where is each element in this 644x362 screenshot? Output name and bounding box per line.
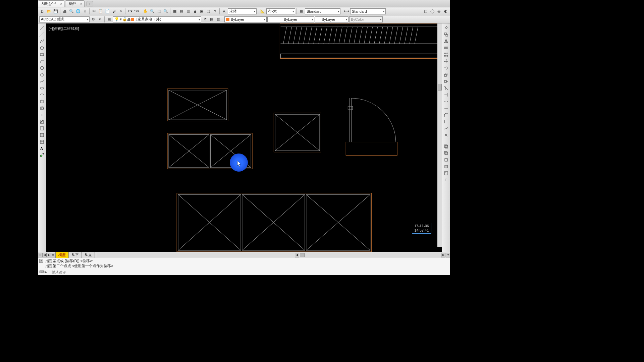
- lineweight-dropdown[interactable]: —ByLayer: [315, 16, 348, 22]
- workspace-save-icon[interactable]: ▾: [97, 16, 103, 22]
- font-dropdown[interactable]: 宋体: [228, 8, 257, 14]
- textstyle-dropdown[interactable]: Standard: [305, 8, 340, 14]
- polyline-icon[interactable]: [39, 38, 45, 44]
- tab-model[interactable]: 模型: [55, 252, 69, 258]
- command-input[interactable]: [51, 270, 449, 274]
- vp-object-icon[interactable]: ◎: [436, 8, 442, 14]
- extend-icon[interactable]: [443, 92, 449, 98]
- dimstyle-dropdown[interactable]: Standard: [350, 8, 386, 14]
- chamfer-icon[interactable]: [443, 112, 449, 118]
- hatch-icon[interactable]: [39, 119, 45, 125]
- vp-single-icon[interactable]: ▢: [423, 8, 429, 14]
- close-icon[interactable]: ×: [60, 2, 62, 6]
- hscroll-right-icon[interactable]: ▶: [441, 253, 445, 257]
- trim-icon[interactable]: [443, 85, 449, 91]
- rotate-icon[interactable]: [443, 65, 449, 71]
- layout-first-icon[interactable]: ⏮: [38, 253, 42, 257]
- vp-poly-icon[interactable]: ◯: [429, 8, 435, 14]
- hscroll-end-icon[interactable]: ▾: [446, 253, 450, 257]
- plotstyle-dropdown[interactable]: ByColor: [349, 16, 383, 22]
- insert-block-icon[interactable]: [39, 99, 45, 105]
- redo-icon[interactable]: ↷▾: [133, 8, 140, 14]
- point-icon[interactable]: [39, 112, 45, 118]
- layout-prev-icon[interactable]: ◀: [42, 253, 47, 257]
- array-icon[interactable]: [443, 52, 449, 58]
- scrollbar-thumb[interactable]: [300, 253, 305, 257]
- table-icon[interactable]: ▦: [298, 8, 304, 14]
- explode-icon[interactable]: [443, 132, 449, 138]
- vertical-scrollbar[interactable]: [437, 23, 442, 247]
- tab-layout-1[interactable]: 8-平: [69, 252, 82, 258]
- annoscale-icon[interactable]: 📐: [260, 8, 266, 14]
- layer-manager-icon[interactable]: ▤: [106, 16, 112, 22]
- save-icon[interactable]: 💾: [53, 8, 59, 14]
- calc-icon[interactable]: 🖩: [192, 8, 198, 14]
- ellipse-arc-icon[interactable]: [39, 92, 45, 98]
- close-icon[interactable]: ×: [80, 2, 82, 6]
- layer-prev-icon[interactable]: ↺: [202, 16, 208, 22]
- circle-icon[interactable]: [39, 65, 45, 71]
- mtext-icon[interactable]: A: [39, 145, 45, 152]
- hscroll-left-icon[interactable]: ◀: [295, 253, 299, 257]
- tool-palette-icon[interactable]: ▥: [185, 8, 191, 14]
- region-icon[interactable]: [39, 132, 45, 138]
- arc-icon[interactable]: [39, 58, 45, 64]
- print-icon[interactable]: 🖶: [62, 8, 68, 14]
- gradient-icon[interactable]: [39, 125, 45, 131]
- draworder-under-icon[interactable]: [443, 164, 449, 170]
- xline-icon[interactable]: [39, 32, 45, 38]
- horizontal-scrollbar[interactable]: ◀ ▶ ▾: [97, 253, 450, 257]
- line-icon[interactable]: [39, 25, 45, 31]
- color-dropdown[interactable]: ByLayer: [224, 16, 267, 22]
- print-preview-icon[interactable]: 🔍: [68, 8, 74, 14]
- offset-icon[interactable]: [443, 45, 449, 51]
- zoom-realtime-icon[interactable]: 🔍: [149, 8, 155, 14]
- zoom-window-icon[interactable]: ⬚: [156, 8, 162, 14]
- dimstyle-icon[interactable]: ⟷: [343, 8, 350, 14]
- draworder-back-icon[interactable]: [443, 150, 449, 156]
- vp-clip-icon[interactable]: ◐: [443, 8, 449, 14]
- help-icon[interactable]: ?: [212, 8, 218, 14]
- join-icon[interactable]: [443, 105, 449, 111]
- break-icon[interactable]: [443, 99, 449, 105]
- stretch-icon[interactable]: [443, 78, 449, 84]
- layer-dropdown[interactable]: 💡 ☀ 🔓 🖶 J家具家电（外）: [113, 16, 201, 22]
- tab-document-1[interactable]: 8班这个* ×: [38, 0, 64, 7]
- tab-document-2[interactable]: 8班* ×: [65, 0, 84, 7]
- pan-icon[interactable]: ✋: [143, 8, 149, 14]
- annostyle-dropdown[interactable]: 布-大: [266, 8, 295, 14]
- layer-state-icon[interactable]: ▤: [209, 16, 215, 22]
- sheetset-icon[interactable]: ▤: [178, 8, 184, 14]
- paste-icon[interactable]: 📄: [104, 8, 110, 14]
- ellipse-icon[interactable]: [39, 85, 45, 91]
- scale-icon[interactable]: [443, 72, 449, 78]
- rectangle-icon[interactable]: [39, 52, 45, 58]
- zoom-prev-icon[interactable]: 🔍: [163, 8, 169, 14]
- move-icon[interactable]: [443, 58, 449, 64]
- erase-icon[interactable]: [443, 25, 449, 31]
- text-front-icon[interactable]: T: [443, 177, 449, 183]
- tab-layout-2[interactable]: 8-立: [82, 252, 95, 258]
- scrollbar-thumb[interactable]: [438, 84, 442, 90]
- layout-last-icon[interactable]: ⏭: [51, 253, 55, 257]
- fillet-icon[interactable]: [443, 119, 449, 125]
- properties-icon[interactable]: ▦: [172, 8, 178, 14]
- workspace-dropdown[interactable]: AutoCAD 经典: [39, 16, 90, 22]
- polygon-icon[interactable]: [39, 45, 45, 51]
- publish-icon[interactable]: 🌐: [75, 8, 81, 14]
- undo-icon[interactable]: ↶▾: [127, 8, 133, 14]
- blend-icon[interactable]: [443, 125, 449, 131]
- linetype-dropdown[interactable]: ————ByLayer: [267, 16, 314, 22]
- draworder-above-icon[interactable]: [443, 157, 449, 163]
- new-icon[interactable]: 🗋: [39, 8, 45, 14]
- spline-icon[interactable]: [39, 78, 45, 84]
- workspace-settings-icon[interactable]: ⚙: [90, 16, 96, 22]
- draworder-front-icon[interactable]: [443, 143, 449, 149]
- copy-icon[interactable]: [443, 32, 449, 38]
- open-icon[interactable]: 📂: [46, 8, 52, 14]
- plot-icon[interactable]: ⎙: [82, 8, 88, 14]
- table-icon[interactable]: [39, 139, 45, 145]
- mirror-icon[interactable]: [443, 38, 449, 44]
- layout-next-icon[interactable]: ▶: [47, 253, 51, 257]
- design-center-icon[interactable]: ▣: [199, 8, 205, 14]
